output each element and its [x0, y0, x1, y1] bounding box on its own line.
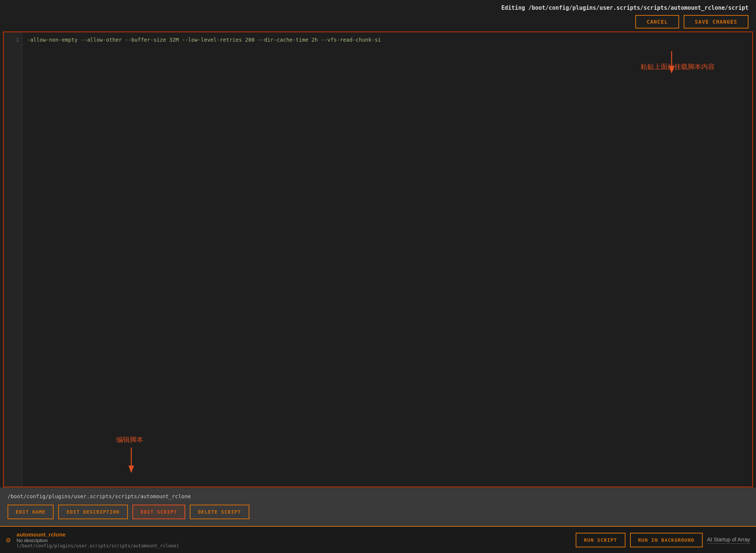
- script-path-meta: (/boot/config/plugins/user.scripts/scrip…: [16, 543, 179, 548]
- editor-wrapper: 1 粘贴上面的挂载脚本内容 编辑脚本: [0, 32, 756, 553]
- popup-buttons: EDIT NAME EDIT DESCRIPTION EDIT SCRIPT D…: [8, 505, 748, 519]
- edit-description-button[interactable]: EDIT DESCRIPTION: [58, 505, 128, 519]
- editor-container: Editing /boot/config/plugins/user.script…: [0, 0, 756, 553]
- save-changes-button[interactable]: SAVE CHANGES: [684, 15, 748, 29]
- editor-title: Editing /boot/config/plugins/user.script…: [501, 5, 748, 11]
- script-description: No description: [16, 538, 179, 543]
- code-editor[interactable]: [22, 32, 752, 487]
- startup-label: At Startup of Array: [707, 536, 750, 544]
- script-info: automount_rclone No description (/boot/c…: [16, 531, 179, 548]
- run-script-button[interactable]: RUN SCRIPT: [576, 533, 625, 547]
- editor-header: Editing /boot/config/plugins/user.script…: [0, 0, 756, 32]
- bottom-section: /boot/config/plugins/user.scripts/script…: [0, 487, 756, 553]
- cancel-button[interactable]: CANCEL: [635, 15, 679, 29]
- edit-script-button[interactable]: EDIT SCRIPT: [132, 505, 185, 519]
- delete-script-button[interactable]: DELETE SCRIPT: [190, 505, 249, 519]
- edit-name-button[interactable]: EDIT NAME: [8, 505, 54, 519]
- run-background-button[interactable]: RUN IN BACKGROUND: [630, 533, 703, 547]
- editor-body: 1 粘贴上面的挂载脚本内容: [3, 32, 753, 487]
- script-info-bar: ⚙ automount_rclone No description (/boot…: [0, 526, 756, 553]
- header-buttons: CANCEL SAVE CHANGES 最后保存: [635, 15, 748, 29]
- line-numbers: 1: [4, 32, 22, 487]
- script-actions: RUN SCRIPT RUN IN BACKGROUND At Startup …: [576, 533, 750, 547]
- gear-icon: ⚙: [6, 535, 10, 544]
- script-name: automount_rclone: [16, 531, 179, 538]
- script-path-popup: /boot/config/plugins/user.scripts/script…: [0, 488, 756, 526]
- script-path-text: /boot/config/plugins/user.scripts/script…: [8, 493, 748, 499]
